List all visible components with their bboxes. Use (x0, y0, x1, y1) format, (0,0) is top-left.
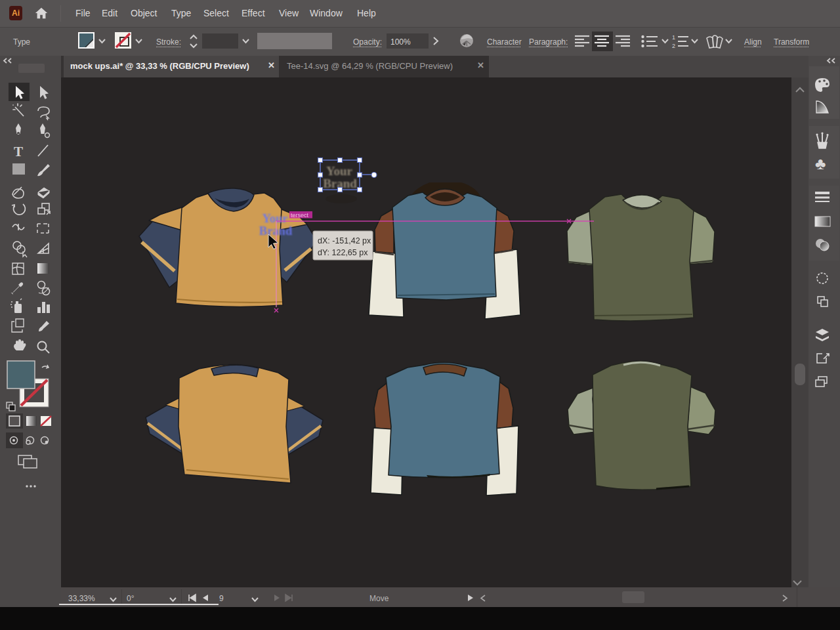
svg-text:2: 2 (672, 43, 675, 48)
svg-text:dY: 122,65 px: dY: 122,65 px (318, 248, 368, 257)
svg-text:Your: Your (326, 164, 353, 178)
svg-text:♣: ♣ (815, 154, 826, 173)
svg-text:1: 1 (672, 35, 675, 41)
svg-text:tersect: tersect (291, 212, 309, 219)
svg-text:Your: Your (262, 212, 287, 225)
svg-text:dX: -151,42 px: dX: -151,42 px (318, 236, 371, 245)
svg-text:T: T (14, 144, 23, 159)
